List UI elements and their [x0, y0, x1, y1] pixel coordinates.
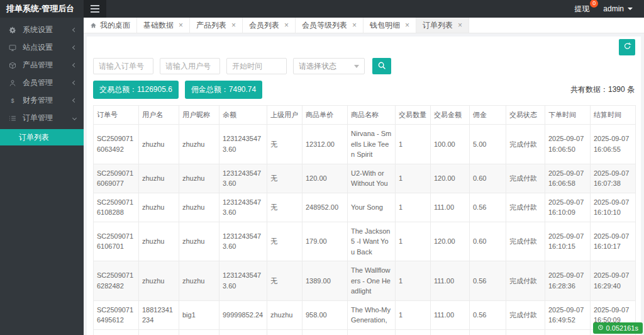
sidebar-item-member-mgmt[interactable]: 会员管理	[0, 76, 84, 90]
product-icon	[9, 62, 18, 69]
tab-label: 基础数据	[143, 20, 174, 31]
table-cell: zhuzhu	[139, 193, 179, 222]
tab-label: 我的桌面	[100, 20, 130, 31]
table-cell: 99999852.24	[219, 300, 267, 329]
table-cell: zhuzhu	[179, 164, 219, 193]
close-icon[interactable]: ×	[352, 21, 357, 30]
table-cell: Janet Jackson - Nasty	[348, 329, 396, 335]
table-cell: SC25090716495612	[94, 300, 139, 329]
close-icon[interactable]: ×	[179, 21, 183, 30]
order-list-panel: 请选择状态 交易总额：1126905.6 佣金总额：7490.74 共有数据：1…	[87, 37, 641, 335]
column-header: 用户昵称	[179, 106, 219, 125]
chevron-down-icon	[72, 116, 77, 120]
table-row: SC25090716063492zhuzhuzhuzhu12312435473.…	[94, 125, 636, 164]
tab-basic-data[interactable]: 基础数据×	[137, 18, 190, 33]
table-cell: 5.00	[470, 125, 506, 164]
table-cell: 0.56	[470, 329, 506, 335]
table-cell: zhuzhu	[267, 300, 303, 329]
table-cell: 120.00	[431, 222, 470, 261]
column-header: 交易数量	[396, 106, 431, 125]
menu-toggle-button[interactable]	[84, 0, 106, 18]
sidebar-item-order-mgmt[interactable]: 订单管理	[0, 111, 84, 125]
column-header: 交易金额	[431, 106, 470, 125]
tab-my-desktop[interactable]: 我的桌面	[84, 18, 137, 33]
search-button[interactable]	[372, 58, 391, 74]
tab-label: 会员等级列表	[302, 20, 347, 31]
table-cell: 111.00	[431, 261, 470, 301]
table-cell: 0.56	[470, 193, 506, 222]
table-cell: 无	[267, 222, 303, 261]
sidebar-item-system-settings[interactable]: 系统设置	[0, 23, 84, 37]
tab-member-level-list[interactable]: 会员等级列表×	[296, 18, 364, 33]
stats-bar: 交易总额：1126905.6 佣金总额：7490.74 共有数据：1390 条	[87, 79, 641, 105]
tab-bar: 我的桌面基础数据×产品列表×会员列表×会员等级列表×钱包明细×订单列表×	[84, 18, 644, 33]
table-cell: 0.60	[470, 164, 506, 193]
clock-icon	[597, 324, 604, 332]
chevron-left-icon	[72, 98, 77, 103]
sidebar: 系统设置站点设置产品管理会员管理$财务管理订单管理订单列表	[0, 18, 84, 335]
sidebar-subitem-order-list[interactable]: 订单列表	[0, 129, 84, 145]
sidebar-item-product-mgmt[interactable]: 产品管理	[0, 58, 84, 72]
table-cell: 无	[267, 164, 303, 193]
start-time-input[interactable]	[226, 58, 287, 74]
tab-product-list[interactable]: 产品列表×	[190, 18, 243, 33]
sidebar-item-finance-mgmt[interactable]: $财务管理	[0, 93, 84, 108]
table-row: SC2509071651316318812341234big199999852.…	[94, 329, 636, 335]
user-no-input[interactable]	[160, 58, 220, 74]
sidebar-item-label: 会员管理	[23, 77, 53, 88]
sidebar-item-label: 系统设置	[23, 25, 53, 35]
sidebar-item-label: 订单管理	[23, 113, 53, 123]
column-header: 下单时间	[545, 106, 591, 125]
trade-total-button[interactable]: 交易总额：1126905.6	[93, 81, 179, 99]
table-cell: SC25090716063492	[94, 125, 139, 164]
chevron-left-icon	[72, 45, 77, 50]
user-menu[interactable]: admin	[603, 4, 633, 13]
sidebar-item-site-settings[interactable]: 站点设置	[0, 40, 84, 55]
status-select[interactable]: 请选择状态	[293, 58, 365, 74]
table-cell: 完成付款	[506, 261, 545, 301]
orders-table-body: SC25090716063492zhuzhuzhuzhu12312435473.…	[94, 125, 636, 335]
table-cell: 120.00	[303, 164, 348, 193]
table-cell: 1	[396, 300, 431, 329]
gear-icon	[9, 26, 18, 34]
sidebar-item-label: 站点设置	[23, 42, 53, 53]
table-cell: SC25090716106701	[94, 222, 139, 261]
close-icon[interactable]: ×	[231, 21, 236, 30]
search-icon	[377, 61, 386, 72]
tab-member-list[interactable]: 会员列表×	[243, 18, 296, 33]
withdraw-link[interactable]: 提现 0	[574, 4, 589, 14]
table-cell: 完成付款	[506, 300, 545, 329]
table-row: SC25090716282482zhuzhuzhuzhu12312435473.…	[94, 261, 636, 301]
table-cell: 完成付款	[506, 125, 545, 164]
table-cell: 12312435473.60	[219, 222, 267, 261]
close-icon[interactable]: ×	[458, 21, 462, 30]
column-header: 用户名	[139, 106, 179, 125]
table-cell: SC25090716282482	[94, 261, 139, 301]
table-cell: 2025-09-07 16:06:55	[591, 125, 636, 164]
commission-total-button[interactable]: 佣金总额：7490.74	[185, 81, 262, 99]
tab-wallet-detail[interactable]: 钱包明细×	[364, 18, 416, 33]
order-no-input[interactable]	[93, 58, 153, 74]
load-time-badge: 0.052161s	[593, 322, 643, 334]
table-cell: 1389.00	[303, 261, 348, 301]
column-header: 上级用户	[267, 106, 303, 125]
main-content: 请选择状态 交易总额：1126905.6 佣金总额：7490.74 共有数据：1…	[84, 33, 644, 335]
refresh-button[interactable]	[619, 39, 635, 55]
table-cell: U2-With or Without You	[348, 164, 396, 193]
table-cell: 111.00	[431, 300, 470, 329]
table-cell: 无	[267, 125, 303, 164]
table-cell: 111.00	[431, 329, 470, 335]
close-icon[interactable]: ×	[284, 21, 289, 30]
table-cell: 1	[396, 329, 431, 335]
table-cell: 1	[396, 193, 431, 222]
table-cell: 2025-09-07 16:06:50	[545, 125, 591, 164]
close-icon[interactable]: ×	[405, 21, 409, 30]
status-select-value: 请选择状态	[299, 61, 336, 72]
orders-table: 订单号用户名用户昵称余额上级用户商品单价商品名称交易数量交易金额佣金交易状态下单…	[93, 105, 636, 335]
table-cell: 111.00	[431, 193, 470, 222]
tab-order-list[interactable]: 订单列表×	[416, 18, 469, 33]
table-cell: Nirvana - Smells Like Teen Spirit	[348, 125, 396, 164]
column-header: 余额	[219, 106, 267, 125]
record-count: 共有数据：1390 条	[570, 84, 635, 95]
table-cell: 无	[267, 193, 303, 222]
